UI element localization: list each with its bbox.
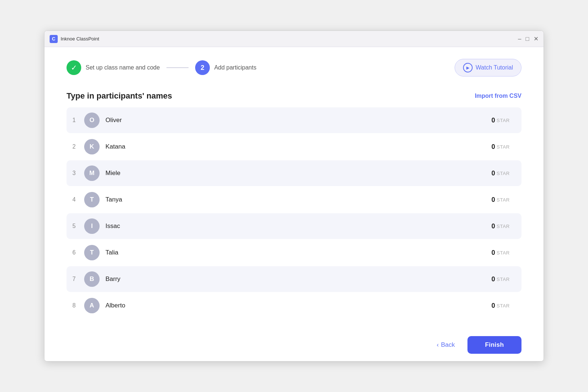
app-logo: C (50, 35, 58, 43)
participants-list[interactable]: 1 O Oliver 0 STAR 2 K Katana 0 STAR 3 M … (67, 107, 521, 321)
step-2: 2 Add participants (195, 60, 257, 75)
participant-name: Issac (105, 222, 491, 230)
table-row[interactable]: 8 A Alberto 0 STAR (67, 293, 521, 318)
star-count-number: 0 (491, 222, 495, 230)
star-count: 0 STAR (491, 196, 510, 204)
step2-label: Add participants (214, 64, 257, 71)
avatar: B (84, 271, 100, 287)
footer: ‹ Back Finish (44, 330, 544, 361)
back-label: Back (441, 341, 455, 349)
table-row[interactable]: 3 M Miele 0 STAR (67, 160, 521, 186)
star-count-number: 0 (491, 117, 495, 124)
star-count-number: 0 (491, 196, 495, 204)
star-label: STAR (496, 303, 510, 309)
avatar: A (84, 298, 100, 313)
participant-name: Oliver (105, 117, 491, 124)
step-divider (166, 67, 189, 68)
step2-number-badge: 2 (195, 60, 210, 75)
table-row[interactable]: 4 T Tanya 0 STAR (67, 187, 521, 213)
table-row[interactable]: 1 O Oliver 0 STAR (67, 107, 521, 133)
table-row[interactable]: 6 T Talia 0 STAR (67, 240, 521, 266)
star-label: STAR (496, 171, 510, 176)
maximize-button[interactable]: □ (526, 36, 529, 42)
row-number: 8 (72, 302, 84, 309)
star-count-number: 0 (491, 249, 495, 257)
app-title: Inknoe ClassPoint (61, 36, 518, 42)
section-title: Type in participants' names (67, 91, 172, 101)
star-count: 0 STAR (491, 222, 510, 230)
star-count-number: 0 (491, 170, 495, 177)
star-label: STAR (496, 144, 510, 150)
minimize-button[interactable]: – (518, 36, 521, 42)
app-window: C Inknoe ClassPoint – □ ✕ ✓ Set up class… (44, 31, 544, 361)
avatar: I (84, 218, 100, 234)
table-row[interactable]: 2 K Katana 0 STAR (67, 134, 521, 160)
star-label: STAR (496, 277, 510, 282)
step1-label: Set up class name and code (86, 64, 160, 71)
import-csv-link[interactable]: Import from CSV (475, 93, 521, 99)
watch-tutorial-label: Watch Tutorial (476, 64, 513, 71)
row-number: 2 (72, 143, 84, 150)
finish-button[interactable]: Finish (467, 336, 521, 354)
avatar: K (84, 139, 100, 154)
row-number: 7 (72, 276, 84, 282)
star-count: 0 STAR (491, 143, 510, 151)
star-count: 0 STAR (491, 275, 510, 283)
avatar: T (84, 192, 100, 207)
row-number: 1 (72, 117, 84, 124)
star-count-number: 0 (491, 143, 495, 151)
row-number: 5 (72, 223, 84, 229)
main-content: ✓ Set up class name and code 2 Add parti… (44, 47, 544, 330)
table-row[interactable]: 5 I Issac 0 STAR (67, 213, 521, 239)
star-count-number: 0 (491, 302, 495, 310)
participant-name: Talia (105, 249, 491, 256)
watch-tutorial-button[interactable]: ▶ Watch Tutorial (455, 59, 521, 76)
stepper: ✓ Set up class name and code 2 Add parti… (67, 59, 521, 76)
back-button[interactable]: ‹ Back (430, 338, 461, 352)
window-controls: – □ ✕ (518, 36, 538, 42)
title-bar: C Inknoe ClassPoint – □ ✕ (44, 31, 544, 47)
play-icon: ▶ (463, 63, 473, 72)
avatar: O (84, 113, 100, 128)
star-label: STAR (496, 224, 510, 229)
table-row[interactable]: 7 B Barry 0 STAR (67, 266, 521, 292)
close-button[interactable]: ✕ (534, 36, 538, 42)
row-number: 6 (72, 249, 84, 256)
section-header: Type in participants' names Import from … (67, 91, 521, 101)
step1-done-icon: ✓ (67, 60, 81, 75)
participant-name: Alberto (105, 302, 491, 309)
star-label: STAR (496, 250, 510, 256)
avatar: M (84, 165, 100, 181)
star-count: 0 STAR (491, 170, 510, 177)
star-count: 0 STAR (491, 302, 510, 310)
star-count: 0 STAR (491, 117, 510, 124)
participant-name: Barry (105, 275, 491, 283)
row-number: 4 (72, 196, 84, 203)
stepper-steps: ✓ Set up class name and code 2 Add parti… (67, 60, 257, 75)
step-1: ✓ Set up class name and code (67, 60, 160, 75)
star-label: STAR (496, 197, 510, 203)
avatar: T (84, 245, 100, 260)
participant-name: Tanya (105, 196, 491, 203)
participant-name: Miele (105, 170, 491, 177)
star-count: 0 STAR (491, 249, 510, 257)
back-chevron-icon: ‹ (437, 341, 439, 349)
star-count-number: 0 (491, 275, 495, 283)
participant-name: Katana (105, 143, 491, 150)
row-number: 3 (72, 170, 84, 177)
star-label: STAR (496, 118, 510, 123)
